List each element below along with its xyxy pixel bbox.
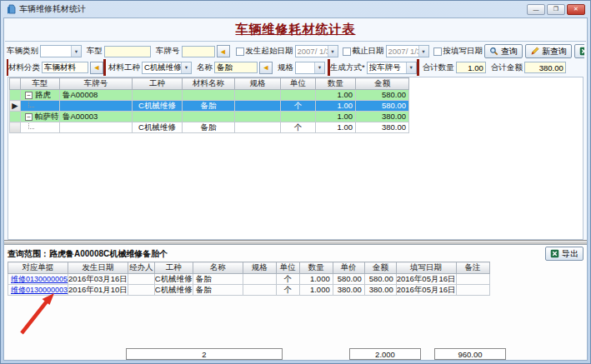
cell[interactable]: C机械维修 xyxy=(154,274,193,285)
column-header-unit[interactable]: 单位 xyxy=(276,262,299,274)
cell[interactable] xyxy=(456,274,489,285)
column-header-note[interactable]: 备注 xyxy=(456,262,489,274)
material-category-picker-button[interactable]: ◄ xyxy=(90,62,103,74)
cell[interactable]: 个 xyxy=(281,101,316,112)
cell[interactable]: 1.00 xyxy=(316,90,356,101)
name-picker-button[interactable]: ◄ xyxy=(259,62,273,74)
by-fill-date-label[interactable]: 按填写日期 xyxy=(443,46,483,57)
cell[interactable]: −帕萨特 xyxy=(21,112,60,122)
cell[interactable]: 鲁A00003 xyxy=(60,112,133,122)
table-row-group-2[interactable]: −帕萨特 鲁A00003 1.00 380.00 xyxy=(10,112,409,122)
cell[interactable] xyxy=(281,90,316,101)
query-button[interactable]: 查询 xyxy=(484,44,523,58)
cell[interactable]: 580.00 xyxy=(333,274,364,285)
query-row-2[interactable]: 维修0130000003 2016年01月10日 C机械维修 备胎 个 1.00… xyxy=(8,285,490,296)
cell[interactable] xyxy=(183,112,235,122)
cell[interactable]: 380.00 xyxy=(356,112,409,122)
cell[interactable] xyxy=(60,122,133,133)
plate-input[interactable] xyxy=(182,46,215,57)
spec-select[interactable]: ▼ xyxy=(295,62,325,74)
cell[interactable]: 备胎 xyxy=(193,285,243,296)
column-header-price[interactable]: 单价 xyxy=(333,262,364,274)
column-header-vehicle-model[interactable]: 车型 xyxy=(21,78,60,90)
column-header-spec[interactable]: 规格 xyxy=(235,78,281,90)
cell[interactable]: 个 xyxy=(276,274,299,285)
end-date-label[interactable]: 截止日期 xyxy=(353,46,384,57)
column-header-unit[interactable]: 单位 xyxy=(281,78,316,90)
cell[interactable] xyxy=(21,122,60,133)
cell[interactable] xyxy=(183,90,235,101)
cell[interactable] xyxy=(128,285,154,296)
column-header-qty[interactable]: 数量 xyxy=(316,78,356,90)
column-header-qty[interactable]: 数量 xyxy=(299,262,333,274)
cell[interactable]: 580.00 xyxy=(356,101,409,112)
vehicle-category-select[interactable]: ▼ xyxy=(40,45,82,57)
query-export-button[interactable]: 导出 xyxy=(545,247,583,261)
cell[interactable] xyxy=(456,285,489,296)
start-date-label[interactable]: 发生起始日期 xyxy=(246,46,293,57)
cell[interactable] xyxy=(128,274,154,285)
table-row-detail-2[interactable]: C机械维修 备胎 个 1.00 380.00 xyxy=(10,122,409,133)
cell[interactable]: 1.000 xyxy=(299,285,333,296)
cell[interactable]: 1.000 xyxy=(299,274,333,285)
close-window-button[interactable]: ✕ xyxy=(567,4,585,15)
minimize-button[interactable]: — xyxy=(527,4,545,15)
cell[interactable]: 380.00 xyxy=(333,285,364,296)
table-row-selected[interactable]: ▶ C机械维修 备胎 个 1.00 580.00 xyxy=(10,101,409,112)
doc-link[interactable]: 维修0130000005 xyxy=(11,275,68,283)
cell[interactable] xyxy=(21,101,60,112)
start-date-select[interactable]: 2007/ 1/31 ▼ xyxy=(295,45,338,57)
cell[interactable]: C机械维修 xyxy=(133,101,183,112)
cell[interactable]: 580.00 xyxy=(356,90,409,101)
cell[interactable]: 个 xyxy=(276,285,299,296)
cell[interactable]: 鲁A00008 xyxy=(60,90,133,101)
cell[interactable]: 2016年05月16日 xyxy=(396,274,456,285)
export-button[interactable]: 导出 xyxy=(574,44,584,58)
cell[interactable] xyxy=(60,101,133,112)
cell[interactable]: −路虎 xyxy=(21,90,60,101)
query-row-1[interactable]: 维修0130000005 2016年03月16日 C机械维修 备胎 个 1.00… xyxy=(8,274,490,285)
cell[interactable]: 1.00 xyxy=(316,112,356,122)
collapse-icon[interactable]: − xyxy=(25,92,33,99)
cell[interactable] xyxy=(235,122,281,133)
cell[interactable]: 个 xyxy=(281,122,316,133)
vehicle-model-input[interactable] xyxy=(104,46,151,57)
column-header-name[interactable]: 名称 xyxy=(193,262,243,274)
cell[interactable]: C机械维修 xyxy=(154,285,193,296)
cell[interactable]: 备胎 xyxy=(183,101,235,112)
cell[interactable]: 备胎 xyxy=(183,122,235,133)
collapse-icon[interactable]: − xyxy=(25,113,33,121)
plate-picker-button[interactable]: ◄ xyxy=(217,45,230,57)
maximize-button[interactable]: ❐ xyxy=(547,4,565,15)
cell[interactable] xyxy=(133,90,183,101)
cell[interactable] xyxy=(235,112,281,122)
cell[interactable]: 580.00 xyxy=(364,274,396,285)
column-header-amount[interactable]: 金额 xyxy=(356,78,409,90)
end-date-checkbox[interactable] xyxy=(343,47,351,56)
cell[interactable]: 2016年05月16日 xyxy=(396,285,456,296)
start-date-checkbox[interactable] xyxy=(236,47,244,56)
cell[interactable]: 2016年01月10日 xyxy=(68,285,128,296)
material-worktype-select[interactable]: C机械维修 ▼ xyxy=(142,62,192,74)
cell[interactable]: C机械维修 xyxy=(133,122,183,133)
cell[interactable]: 380.00 xyxy=(356,122,409,133)
doc-link[interactable]: 维修0130000003 xyxy=(11,286,68,294)
cell[interactable] xyxy=(133,112,183,122)
column-header-material-name[interactable]: 材料名称 xyxy=(183,78,235,90)
material-category-input[interactable] xyxy=(42,62,88,73)
name-input[interactable] xyxy=(214,62,258,73)
generate-mode-select[interactable]: 按车牌号 ▼ xyxy=(367,62,417,74)
column-header-worktype[interactable]: 工种 xyxy=(154,262,193,274)
column-header-spec[interactable]: 规格 xyxy=(243,262,276,274)
end-date-select[interactable]: 2007/ 1/31 ▼ xyxy=(386,45,429,57)
cell[interactable] xyxy=(281,112,316,122)
cell[interactable]: 备胎 xyxy=(193,274,243,285)
cell[interactable] xyxy=(235,101,281,112)
cell[interactable] xyxy=(235,90,281,101)
new-query-button[interactable]: 新查询 xyxy=(525,44,572,58)
by-fill-date-checkbox[interactable] xyxy=(433,47,442,56)
cell[interactable]: 2016年03月16日 xyxy=(68,274,128,285)
column-header-handler[interactable]: 经办人 xyxy=(128,262,154,274)
column-header-doc[interactable]: 对应单据 xyxy=(8,262,68,274)
column-header-fill-date[interactable]: 填写日期 xyxy=(396,262,456,274)
